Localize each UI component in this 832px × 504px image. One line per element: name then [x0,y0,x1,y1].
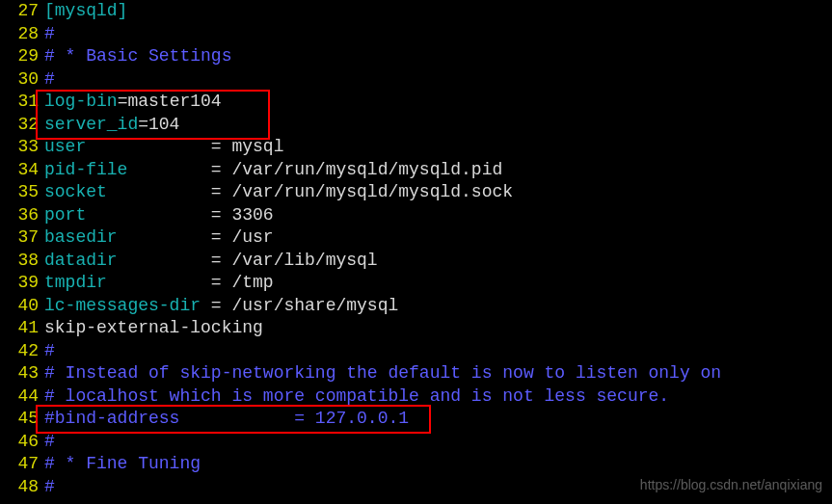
watermark-text: https://blog.csdn.net/anqixiang [640,474,822,497]
line-number: 30 [0,68,39,92]
code-content: # [39,23,55,46]
line-number: 28 [0,23,39,46]
code-content: # [39,431,55,454]
line-number: 40 [0,295,39,318]
code-content: [mysqld] [39,0,127,23]
code-line: 27[mysqld] [0,0,832,23]
code-segment: port [44,205,211,225]
line-number: 48 [0,476,39,499]
code-content: user = mysql [39,136,283,159]
line-number: 41 [0,317,39,340]
code-content: pid-file = /var/run/mysqld/mysqld.pid [39,159,502,182]
code-segment: = /usr [211,227,274,247]
code-content: log-bin=master104 [39,91,222,114]
code-line: 28# [0,23,832,46]
line-number: 42 [0,340,39,363]
code-segment: [mysqld] [44,1,127,20]
code-segment: # [44,69,55,89]
code-segment: tmpdir [44,273,211,292]
code-content: # * Fine Tuning [39,453,201,476]
code-content: # Instead of skip-networking the default… [39,362,721,385]
code-content: skip-external-locking [39,317,263,340]
code-content: socket = /var/run/mysqld/mysqld.sock [39,181,513,204]
code-line: 29# * Basic Settings [0,45,832,68]
code-segment: skip-external-locking [44,318,263,337]
code-content: port = 3306 [39,204,274,227]
code-segment: = mysql [211,137,284,156]
code-segment: # localhost which is more compatible and… [44,386,669,406]
line-number: 33 [0,136,39,159]
line-number: 34 [0,159,39,182]
line-number: 32 [0,114,39,137]
code-content: basedir = /usr [39,226,274,250]
code-segment: = /var/run/mysqld/mysqld.pid [211,160,502,179]
line-number: 31 [0,91,39,114]
code-line: 32server_id=104 [0,114,832,137]
code-segment: = /tmp [211,273,274,292]
code-segment: =104 [138,115,179,134]
code-line: 33user = mysql [0,136,832,159]
code-line: 40lc-messages-dir = /usr/share/mysql [0,295,832,318]
code-segment: # * Fine Tuning [44,454,201,473]
line-number: 35 [0,181,39,204]
code-segment: # [44,477,55,496]
code-segment: log-bin [44,92,118,111]
code-editor: 27[mysqld]28#29# * Basic Settings30#31lo… [0,0,832,498]
code-line: 39tmpdir = /tmp [0,272,832,295]
line-number: 43 [0,362,39,385]
code-line: 47# * Fine Tuning [0,453,832,476]
line-number: 27 [0,0,39,23]
code-content: # * Basic Settings [39,45,231,68]
code-line: 31log-bin=master104 [0,91,832,114]
code-content: lc-messages-dir = /usr/share/mysql [39,295,398,318]
code-content: # localhost which is more compatible and… [39,385,669,409]
code-segment: # [44,24,55,43]
code-line: 42# [0,340,832,363]
code-line: 36port = 3306 [0,204,832,227]
code-line: 34pid-file = /var/run/mysqld/mysqld.pid [0,159,832,182]
line-number: 47 [0,453,39,476]
code-segment: = /usr/share/mysql [211,296,398,315]
code-line: 37basedir = /usr [0,226,832,250]
code-segment: # [44,432,55,451]
code-segment: = 3306 [211,205,274,225]
code-line: 35socket = /var/run/mysqld/mysqld.sock [0,181,832,204]
line-number: 46 [0,431,39,454]
code-line: 41skip-external-locking [0,317,832,340]
line-number: 38 [0,250,39,273]
code-line: 44# localhost which is more compatible a… [0,385,832,409]
line-number: 37 [0,226,39,250]
code-content: #bind-address = 127.0.0.1 [39,408,409,431]
code-content: datadir = /var/lib/mysql [39,250,378,273]
code-segment: pid-file [44,160,211,179]
code-content: server_id=104 [39,114,179,137]
code-line: 45#bind-address = 127.0.0.1 [0,408,832,431]
line-number: 45 [0,408,39,431]
line-number: 29 [0,45,39,68]
code-segment: user [44,137,211,156]
line-number: 39 [0,272,39,295]
code-line: 30# [0,68,832,92]
code-line: 46# [0,431,832,454]
code-segment: datadir [44,251,211,270]
code-segment: # [44,341,55,360]
code-segment: basedir [44,227,211,247]
code-segment: #bind-address = 127.0.0.1 [44,409,409,428]
code-segment: = /var/run/mysqld/mysqld.sock [211,182,513,201]
line-number: 44 [0,385,39,409]
line-number: 36 [0,204,39,227]
code-content: tmpdir = /tmp [39,272,274,295]
code-line: 38datadir = /var/lib/mysql [0,250,832,273]
code-content: # [39,476,55,499]
code-segment: server_id [44,115,138,134]
code-segment: =master104 [118,92,222,111]
code-segment: # * Basic Settings [44,46,231,66]
code-segment: lc-messages-dir [44,296,211,315]
code-segment: = /var/lib/mysql [211,251,378,270]
code-segment: # Instead of skip-networking the default… [44,363,721,383]
code-line: 43# Instead of skip-networking the defau… [0,362,832,385]
code-content: # [39,68,55,92]
code-segment: socket [44,182,211,201]
code-content: # [39,340,55,363]
